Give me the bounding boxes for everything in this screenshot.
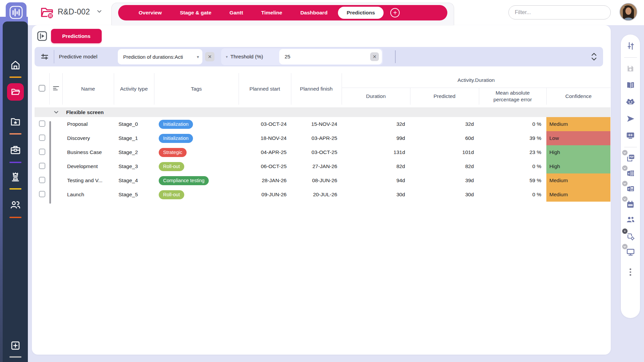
sidebar-item-home[interactable] <box>3 60 28 70</box>
cell-predicted: 39d <box>410 173 479 188</box>
indent-lines-icon <box>52 85 60 92</box>
tab-predictions[interactable]: Predictions <box>338 7 384 19</box>
tab-gantt[interactable]: Gantt <box>220 6 252 19</box>
model-select-value: Prediction of durations:Acti <box>123 54 195 60</box>
column-header-duration[interactable]: Duration <box>342 88 410 106</box>
collapse-panel-button[interactable] <box>37 31 47 41</box>
integration-settings-button[interactable] <box>624 230 637 243</box>
vertical-scrollbar-thumb[interactable] <box>49 121 51 204</box>
close-icon: ✕ <box>208 54 212 59</box>
send-button[interactable] <box>624 112 637 125</box>
display-settings-button[interactable] <box>624 129 637 142</box>
section-label: Flexible screen <box>66 109 104 115</box>
sidebar-item-projects[interactable] <box>7 83 24 101</box>
column-header-tags[interactable]: Tags <box>154 73 239 106</box>
threshold-clear-button[interactable]: ✕ <box>370 52 379 61</box>
threshold-input[interactable] <box>285 54 352 60</box>
tag-pill: Roll-out <box>159 190 184 199</box>
chevron-down-icon[interactable] <box>54 110 59 115</box>
cell-planned-finish: 08-JUN-26 <box>291 173 342 188</box>
more-options-button[interactable] <box>624 265 637 279</box>
sidebar-item-portfolio[interactable] <box>3 144 28 156</box>
column-header-predicted[interactable]: Predicted <box>410 88 479 106</box>
send-icon <box>626 114 635 123</box>
model-select[interactable]: Prediction of durations:Acti ▾ <box>118 49 202 64</box>
export-calendar-button[interactable] <box>624 198 637 211</box>
hierarchy-column-header[interactable] <box>49 73 62 106</box>
app-logo[interactable] <box>6 2 27 22</box>
table-row[interactable]: Testing and V... Stage_4 Compliance test… <box>35 173 610 188</box>
app-sidebar <box>3 21 28 362</box>
column-header-confidence[interactable]: Confidence <box>546 88 610 106</box>
select-all-checkbox[interactable] <box>39 85 45 92</box>
cell-planned-start: 06-OCT-25 <box>239 159 291 173</box>
cell-planned-start: 09-JUN-26 <box>239 188 291 202</box>
user-avatar[interactable] <box>620 3 637 21</box>
assistant-button[interactable] <box>624 95 637 109</box>
add-view-button[interactable]: + <box>390 8 400 17</box>
chevron-badge-icon[interactable] <box>622 165 628 171</box>
collapse-expand-spinner[interactable] <box>590 51 598 64</box>
tab-timeline[interactable]: Timeline <box>252 6 291 19</box>
cell-name: Testing and V... <box>62 173 114 188</box>
project-title: R&D-002 <box>58 7 90 16</box>
tune-sliders-icon[interactable] <box>40 52 49 61</box>
bars-logo-icon <box>9 5 23 20</box>
cell-planned-finish: 20-JUL-26 <box>291 188 342 202</box>
row-checkbox[interactable] <box>39 120 45 127</box>
column-header-planned-finish[interactable]: Planned finish <box>291 73 342 106</box>
tab-overview[interactable]: Overview <box>130 6 171 19</box>
model-clear-button[interactable]: ✕ <box>205 52 214 61</box>
sidebar-item-add[interactable] <box>3 340 28 351</box>
cell-activity-type: Stage_2 <box>114 145 154 159</box>
tab-dashboard[interactable]: Dashboard <box>291 6 337 19</box>
sidebar-item-resources[interactable] <box>3 199 28 211</box>
cell-planned-finish: 15-NOV-24 <box>291 117 342 131</box>
row-checkbox[interactable] <box>39 177 45 183</box>
chevron-badge-icon[interactable] <box>622 181 628 186</box>
save-icon <box>626 64 635 73</box>
row-checkbox[interactable] <box>39 149 45 155</box>
cell-predicted: 32d <box>410 117 479 131</box>
chevron-badge-icon[interactable] <box>622 196 628 202</box>
sidebar-item-stage-gate[interactable] <box>3 171 28 183</box>
cell-predicted: 101d <box>410 145 479 159</box>
tune-button[interactable] <box>624 39 637 53</box>
column-header-name[interactable]: Name <box>62 73 114 106</box>
export-excel-button[interactable]: X <box>624 167 637 180</box>
chevron-down-icon[interactable]: ▾ <box>226 55 228 59</box>
column-header-activity-type[interactable]: Activity type <box>114 73 154 106</box>
share-users-button[interactable] <box>624 213 637 226</box>
plus-square-icon <box>10 340 21 351</box>
predictions-button[interactable]: Predictions <box>51 29 102 43</box>
column-header-mape[interactable]: Mean absolute percentage error <box>479 88 546 106</box>
handbook-button[interactable] <box>624 79 637 92</box>
sidebar-item-favorites[interactable] <box>3 116 28 127</box>
monitor-button[interactable] <box>624 245 637 259</box>
cell-predicted: 60d <box>410 131 479 145</box>
table-row[interactable]: Proposal Stage_0 Initialization 03-OCT-2… <box>35 117 610 131</box>
row-checkbox[interactable] <box>39 135 45 141</box>
filter-input[interactable] <box>508 5 611 19</box>
table-row[interactable]: Discovery Stage_1 Initialization 18-NOV-… <box>35 131 610 145</box>
table-row[interactable]: Development Stage_3 Roll-out 06-OCT-25 2… <box>35 159 610 173</box>
view-tabs: Overview Stage & gate Gantt Timeline Das… <box>118 5 447 20</box>
column-header-planned-start[interactable]: Planned start <box>239 73 291 106</box>
save-button[interactable] <box>624 62 637 75</box>
cell-planned-finish: 03-OCT-25 <box>291 145 342 159</box>
cell-duration: 131d <box>342 145 410 159</box>
more-vertical-icon <box>630 268 631 276</box>
confidence-cell: High <box>546 159 610 173</box>
row-checkbox[interactable] <box>39 163 45 169</box>
export-powerpoint-button[interactable]: P <box>624 182 637 196</box>
table-row[interactable]: Business Case Stage_2 Strategic 04-APR-2… <box>35 145 610 159</box>
chevron-badge-icon[interactable] <box>622 244 628 249</box>
tab-stage-gate[interactable]: Stage & gate <box>171 6 220 19</box>
table-row[interactable]: Launch Stage_5 Roll-out 09-JUN-26 20-JUL… <box>35 188 610 202</box>
export-pdf-button[interactable]: PDF <box>624 151 637 165</box>
cell-activity-type: Stage_3 <box>114 159 154 173</box>
divider <box>624 147 637 147</box>
row-checkbox[interactable] <box>39 191 45 197</box>
project-switcher-chevron-icon[interactable] <box>97 9 102 15</box>
chevron-badge-icon[interactable] <box>622 150 628 155</box>
